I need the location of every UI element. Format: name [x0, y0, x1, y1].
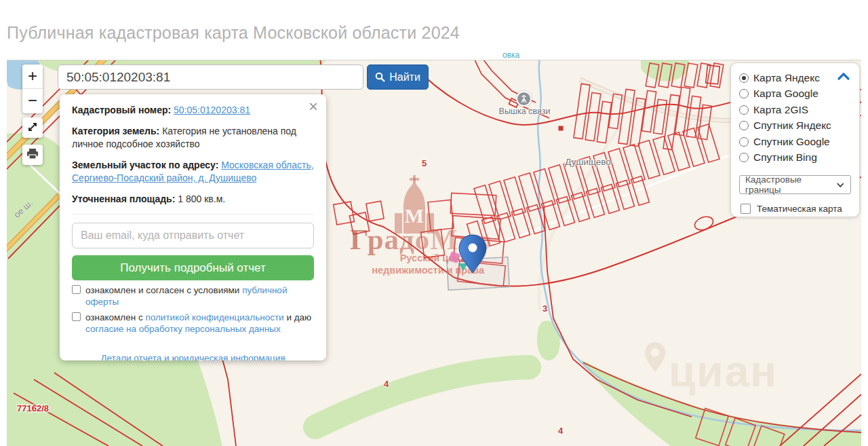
consent-text: ознакомлен с политикой конфиденциальност…: [85, 312, 314, 335]
land-category-label: Категория земель:: [72, 126, 159, 136]
radio-icon: [739, 137, 749, 147]
fullscreen-button[interactable]: [22, 117, 43, 138]
privacy-checkbox[interactable]: [72, 312, 81, 321]
zoom-out-button[interactable]: −: [22, 89, 43, 113]
email-input[interactable]: [72, 223, 314, 248]
plot-code-label: 77162/8: [17, 403, 49, 413]
radio-icon: [739, 105, 749, 115]
parcel-number: 3: [542, 303, 547, 314]
village-label: Душищево: [555, 157, 621, 167]
layer-option-google-sat[interactable]: Спутник Google: [739, 134, 851, 150]
chevron-up-icon[interactable]: [836, 71, 851, 81]
chevron-down-icon: [836, 182, 845, 188]
privacy-policy-link[interactable]: политикой конфиденциальности: [145, 312, 283, 322]
page-title: Публичная кадастровая карта Московской о…: [7, 23, 460, 43]
layer-option-bing-sat[interactable]: Спутник Bing: [739, 150, 851, 166]
address-label: Земельный участок по адресу:: [72, 160, 218, 170]
layer-option-yandex-map[interactable]: Карта Яндекс: [739, 70, 851, 86]
radio-icon: [739, 121, 749, 130]
search-icon: [375, 72, 385, 82]
green-patch-river: [537, 321, 560, 361]
tower-label: Вышка связи: [489, 107, 560, 116]
cadastral-number-link[interactable]: 50:05:0120203:81: [174, 105, 250, 115]
personal-data-link[interactable]: согласие на обработку персональных данны…: [85, 324, 281, 334]
cadastral-borders-select[interactable]: Кадастровые границы: [739, 175, 851, 194]
telecom-tower-icon: [516, 91, 532, 107]
divider: [72, 214, 314, 215]
layer-option-yandex-sat[interactable]: Спутник Яндекс: [739, 118, 851, 134]
river-name-label: овка: [502, 50, 519, 60]
cadastral-map-page: Публичная кадастровая карта Московской о…: [0, 0, 868, 446]
close-icon[interactable]: ×: [309, 97, 318, 116]
layer-option-google-map[interactable]: Карта Google: [739, 86, 851, 103]
report-details-link[interactable]: Детали отчета и юридическая информация: [100, 351, 285, 360]
layers-panel: Карта Яндекс Карта Google Карта 2GIS Спу…: [730, 62, 860, 217]
search-button[interactable]: Найти: [367, 64, 429, 90]
offer-checkbox[interactable]: [72, 285, 81, 294]
report-button[interactable]: Получить подробный отчет: [72, 255, 314, 280]
parcel-number: 4: [558, 426, 563, 436]
printer-icon: [26, 148, 39, 160]
layer-option-2gis-map[interactable]: Карта 2GIS: [739, 102, 851, 118]
radio-icon: [739, 73, 749, 83]
parcel-number: 5: [422, 158, 427, 168]
search-input[interactable]: [58, 64, 363, 90]
search-button-label: Найти: [389, 71, 420, 83]
radio-icon: [739, 89, 749, 98]
area-value: 1 800 кв.м.: [178, 193, 225, 204]
map-pin[interactable]: [458, 234, 487, 275]
cadastral-number-label: Кадастровый номер:: [72, 105, 171, 115]
area-label: Уточненная площадь:: [72, 193, 175, 204]
radio-icon: [739, 153, 749, 162]
thematic-map-checkbox-row[interactable]: Тематическая карта: [739, 203, 851, 214]
zoom-control: + −: [22, 64, 43, 113]
print-button[interactable]: [22, 145, 43, 165]
consent-text: ознакомлен и согласен с условиями публич…: [85, 284, 314, 308]
parcel-number: 4: [384, 379, 389, 389]
fullscreen-icon: [26, 121, 39, 133]
checkbox: [741, 204, 751, 214]
green-band-bottom: [315, 367, 529, 427]
zoom-in-button[interactable]: +: [22, 64, 43, 89]
info-popup: × Кадастровый номер: 50:05:0120203:81 Ка…: [60, 94, 326, 360]
